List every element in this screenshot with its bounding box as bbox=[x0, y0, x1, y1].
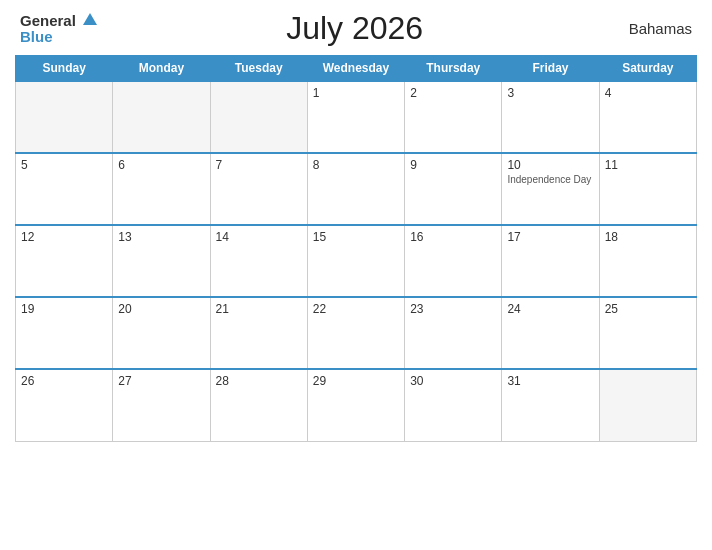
calendar-cell: 25 bbox=[599, 297, 696, 369]
calendar-week-4: 19202122232425 bbox=[16, 297, 697, 369]
calendar-week-2: 5678910Independence Day11 bbox=[16, 153, 697, 225]
day-number: 4 bbox=[605, 86, 691, 100]
day-number: 16 bbox=[410, 230, 496, 244]
day-number: 18 bbox=[605, 230, 691, 244]
day-number: 27 bbox=[118, 374, 204, 388]
logo-bottom-row: Blue bbox=[20, 29, 53, 45]
calendar-cell: 10Independence Day bbox=[502, 153, 599, 225]
logo-blue-text: Blue bbox=[20, 28, 53, 45]
country-label: Bahamas bbox=[612, 20, 692, 37]
calendar-cell: 4 bbox=[599, 81, 696, 153]
calendar-cell: 6 bbox=[113, 153, 210, 225]
calendar-week-5: 262728293031 bbox=[16, 369, 697, 441]
day-number: 11 bbox=[605, 158, 691, 172]
day-number: 28 bbox=[216, 374, 302, 388]
day-number: 2 bbox=[410, 86, 496, 100]
calendar-cell: 13 bbox=[113, 225, 210, 297]
calendar-cell: 14 bbox=[210, 225, 307, 297]
calendar-cell: 28 bbox=[210, 369, 307, 441]
calendar-cell: 8 bbox=[307, 153, 404, 225]
day-number: 12 bbox=[21, 230, 107, 244]
day-number: 9 bbox=[410, 158, 496, 172]
day-number: 17 bbox=[507, 230, 593, 244]
day-number: 31 bbox=[507, 374, 593, 388]
day-number: 19 bbox=[21, 302, 107, 316]
calendar-cell: 3 bbox=[502, 81, 599, 153]
calendar-cell: 9 bbox=[405, 153, 502, 225]
col-thursday: Thursday bbox=[405, 56, 502, 82]
day-number: 30 bbox=[410, 374, 496, 388]
calendar-title: July 2026 bbox=[97, 10, 612, 47]
day-number: 26 bbox=[21, 374, 107, 388]
calendar-cell: 20 bbox=[113, 297, 210, 369]
calendar-cell: 22 bbox=[307, 297, 404, 369]
calendar-cell: 29 bbox=[307, 369, 404, 441]
col-saturday: Saturday bbox=[599, 56, 696, 82]
col-tuesday: Tuesday bbox=[210, 56, 307, 82]
day-number: 10 bbox=[507, 158, 593, 172]
calendar-cell: 27 bbox=[113, 369, 210, 441]
col-wednesday: Wednesday bbox=[307, 56, 404, 82]
logo-top-row: General bbox=[20, 13, 97, 29]
calendar-cell: 15 bbox=[307, 225, 404, 297]
days-of-week-row: Sunday Monday Tuesday Wednesday Thursday… bbox=[16, 56, 697, 82]
logo-general-text: General bbox=[20, 12, 76, 29]
calendar-cell bbox=[599, 369, 696, 441]
calendar-header: Sunday Monday Tuesday Wednesday Thursday… bbox=[16, 56, 697, 82]
calendar-cell bbox=[113, 81, 210, 153]
day-number: 6 bbox=[118, 158, 204, 172]
calendar-table: Sunday Monday Tuesday Wednesday Thursday… bbox=[15, 55, 697, 442]
day-number: 8 bbox=[313, 158, 399, 172]
day-number: 13 bbox=[118, 230, 204, 244]
calendar-cell bbox=[210, 81, 307, 153]
col-monday: Monday bbox=[113, 56, 210, 82]
calendar-cell bbox=[16, 81, 113, 153]
col-friday: Friday bbox=[502, 56, 599, 82]
calendar-cell: 18 bbox=[599, 225, 696, 297]
calendar-cell: 23 bbox=[405, 297, 502, 369]
holiday-label: Independence Day bbox=[507, 174, 593, 185]
logo: General Blue bbox=[20, 13, 97, 45]
day-number: 24 bbox=[507, 302, 593, 316]
calendar-cell: 7 bbox=[210, 153, 307, 225]
day-number: 5 bbox=[21, 158, 107, 172]
day-number: 20 bbox=[118, 302, 204, 316]
calendar-cell: 2 bbox=[405, 81, 502, 153]
calendar-cell: 30 bbox=[405, 369, 502, 441]
calendar-cell: 1 bbox=[307, 81, 404, 153]
logo-triangle-icon bbox=[83, 13, 97, 25]
calendar-week-3: 12131415161718 bbox=[16, 225, 697, 297]
day-number: 7 bbox=[216, 158, 302, 172]
calendar-cell: 26 bbox=[16, 369, 113, 441]
day-number: 1 bbox=[313, 86, 399, 100]
calendar-cell: 31 bbox=[502, 369, 599, 441]
day-number: 25 bbox=[605, 302, 691, 316]
calendar-cell: 11 bbox=[599, 153, 696, 225]
calendar-cell: 16 bbox=[405, 225, 502, 297]
day-number: 21 bbox=[216, 302, 302, 316]
day-number: 15 bbox=[313, 230, 399, 244]
day-number: 29 bbox=[313, 374, 399, 388]
page: General Blue July 2026 Bahamas Sunday Mo… bbox=[0, 0, 712, 550]
calendar-body: 12345678910Independence Day1112131415161… bbox=[16, 81, 697, 441]
calendar-cell: 5 bbox=[16, 153, 113, 225]
calendar-cell: 19 bbox=[16, 297, 113, 369]
col-sunday: Sunday bbox=[16, 56, 113, 82]
header: General Blue July 2026 Bahamas bbox=[15, 10, 697, 47]
calendar-cell: 24 bbox=[502, 297, 599, 369]
day-number: 3 bbox=[507, 86, 593, 100]
day-number: 22 bbox=[313, 302, 399, 316]
calendar-cell: 12 bbox=[16, 225, 113, 297]
day-number: 14 bbox=[216, 230, 302, 244]
calendar-cell: 17 bbox=[502, 225, 599, 297]
calendar-cell: 21 bbox=[210, 297, 307, 369]
day-number: 23 bbox=[410, 302, 496, 316]
calendar-week-1: 1234 bbox=[16, 81, 697, 153]
